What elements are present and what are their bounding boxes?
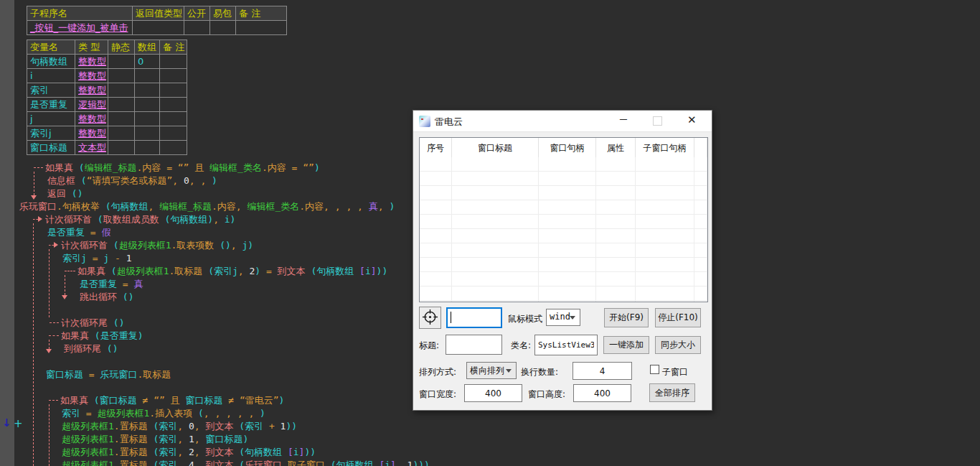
add-button[interactable]: 一键添加: [603, 336, 649, 354]
title-input[interactable]: [446, 335, 502, 355]
listview-header-cell[interactable]: 窗口句柄: [539, 138, 596, 157]
code-line[interactable]: 超级列表框1.置标题 (索引, 4, 到文本 (乐玩窗口.取子窗口 (句柄数组 …: [62, 459, 430, 466]
code-token: =: [80, 408, 97, 419]
titlebar[interactable]: 雷电云 ─ ✕: [413, 111, 712, 132]
code-token: +: [263, 421, 280, 432]
code-token: (: [81, 175, 87, 186]
code-line[interactable]: 如果真 (超级列表框1.取标题 (索引j, 2) = 到文本 (句柄数组 [i]…: [77, 265, 387, 277]
maximize-button[interactable]: [653, 116, 662, 126]
code-line[interactable]: 超级列表框1.置标题 (索引, 1, 窗口标题): [62, 433, 248, 445]
listview[interactable]: 序号窗口标题窗口句柄属性子窗口句柄: [419, 137, 708, 302]
listview-cell: [420, 215, 452, 228]
code-token: .置标题: [114, 421, 154, 432]
sync-size-button[interactable]: 同步大小: [655, 336, 701, 354]
code-line[interactable]: 计次循环尾 (): [61, 317, 124, 329]
code-token: j: [103, 253, 109, 264]
code-token: (索引: [153, 434, 177, 444]
listview-header-cell[interactable]: 子窗口句柄: [636, 138, 694, 157]
crosshair-icon: [422, 309, 438, 325]
code-token: -: [109, 253, 126, 264]
code-token: ,: [194, 447, 206, 457]
listview-cell: [694, 286, 707, 300]
code-token: , , , , ,: [204, 408, 260, 419]
code-token: [: [288, 447, 293, 457]
wrap-count-input[interactable]: [573, 362, 632, 380]
code-token: 计次循环首: [61, 240, 113, 251]
code-token: ,: [238, 266, 250, 276]
listview-header-cell[interactable]: 序号: [420, 138, 452, 157]
close-button[interactable]: ✕: [687, 113, 697, 126]
window-height-input[interactable]: [573, 384, 631, 402]
capture-button[interactable]: [419, 307, 441, 329]
window-width-input[interactable]: [464, 384, 522, 402]
code-line[interactable]: 信息框 (“请填写类名或标题”, 0, , ): [47, 174, 217, 187]
code-token: 编辑框_类名: [209, 162, 262, 173]
code-line[interactable]: 是否重复 = 真: [80, 278, 143, 290]
listview-header-cell[interactable]: 窗口标题: [452, 138, 539, 157]
code-line[interactable]: 超级列表框1.置标题 (索引, 2, 到文本 (句柄数组 [i])): [62, 446, 316, 458]
code-line[interactable]: 超级列表框1.置标题 (索引, 0, 到文本 (索引 + 1)): [62, 420, 297, 432]
flow-arrow-icon: [62, 295, 67, 299]
code-line[interactable]: 到循环尾 (): [64, 342, 118, 355]
flow-line: [49, 400, 58, 401]
mouse-mode-select[interactable]: wind: [546, 309, 580, 326]
code-line[interactable]: 是否重复 = 假: [47, 226, 110, 238]
code-token: 是否重复: [47, 227, 85, 238]
listview-cell: [452, 272, 539, 286]
code-token: =: [260, 266, 277, 276]
listview-cell: [452, 186, 539, 200]
code-token: .取标题: [169, 266, 208, 276]
listview-header-cell[interactable]: [694, 138, 707, 157]
listview-cell: [694, 229, 707, 243]
code-token: 索引: [62, 408, 80, 419]
arrange-select[interactable]: 横向排列: [466, 362, 517, 379]
code-line[interactable]: 计次循环首 (超级列表框1.取表项数 (), j): [61, 239, 253, 251]
listview-cell: [636, 215, 694, 228]
code-token: .取标题: [137, 369, 171, 380]
code-token: ≠ “” 且: [137, 395, 186, 406]
code-token: ,: [194, 460, 206, 466]
code-token: ): [255, 266, 260, 276]
code-line[interactable]: 跳出循环 (): [80, 291, 133, 303]
code-line[interactable]: 如果真 (窗口标题 ≠ “” 且 窗口标题 ≠ “雷电云”): [60, 394, 284, 406]
code-token: 是否重复: [80, 279, 117, 289]
start-button[interactable]: 开始(F9): [604, 308, 649, 327]
sort-all-button[interactable]: 全部排序: [649, 383, 695, 402]
capture-input[interactable]: [446, 307, 502, 328]
code-token: (: [113, 240, 119, 251]
code-token: (句柄数组): [164, 214, 213, 225]
code-token: i: [385, 460, 390, 466]
minimize-button[interactable]: ─: [620, 113, 627, 125]
class-input[interactable]: [534, 335, 598, 355]
child-window-checkbox[interactable]: [650, 365, 659, 374]
listview-cell: [596, 286, 636, 300]
listview-cell: [539, 286, 596, 300]
code-token: ): [389, 201, 395, 212]
code-line[interactable]: 乐玩窗口.句柄枚举 (句柄数组, 编辑框_标题.内容, 编辑框_类名.内容, ,…: [19, 200, 395, 213]
listview-row: [420, 229, 707, 243]
code-line[interactable]: 窗口标题 = 乐玩窗口.取标题: [46, 368, 171, 381]
code-line[interactable]: 索引j = j - 1: [62, 252, 131, 264]
code-line[interactable]: 计次循环首 (取数组成员数 (句柄数组), i): [45, 213, 235, 225]
code-token: 超级列表框1: [62, 447, 114, 457]
app-icon: [419, 116, 430, 127]
code-token: (): [107, 343, 118, 354]
code-line[interactable]: 返回 (): [47, 187, 83, 200]
code-token: 超级列表框1: [62, 460, 114, 466]
code-token: 乐玩窗口: [100, 369, 137, 380]
code-token: (): [72, 188, 83, 199]
code-line[interactable]: 如果真 (编辑框_标题.内容 = “” 且 编辑框_类名.内容 = “”): [45, 162, 320, 174]
listview-header: 序号窗口标题窗口句柄属性子窗口句柄: [420, 138, 707, 157]
code-token: ): [279, 395, 285, 406]
code-token: .句柄枚举: [57, 201, 105, 212]
stop-button[interactable]: 停止(F10): [655, 308, 701, 327]
code-line[interactable]: 索引 = 超级列表框1.插入表项 (, , , , , ): [62, 407, 265, 419]
code-line[interactable]: 如果真 (是否重复): [61, 330, 143, 342]
listview-cell: [539, 186, 596, 200]
code-token: (: [198, 408, 204, 419]
code-token: .置标题: [114, 447, 154, 457]
listview-row: [420, 157, 707, 172]
listview-header-cell[interactable]: 属性: [596, 138, 636, 157]
code-token: =: [83, 369, 100, 380]
listview-cell: [596, 157, 636, 171]
